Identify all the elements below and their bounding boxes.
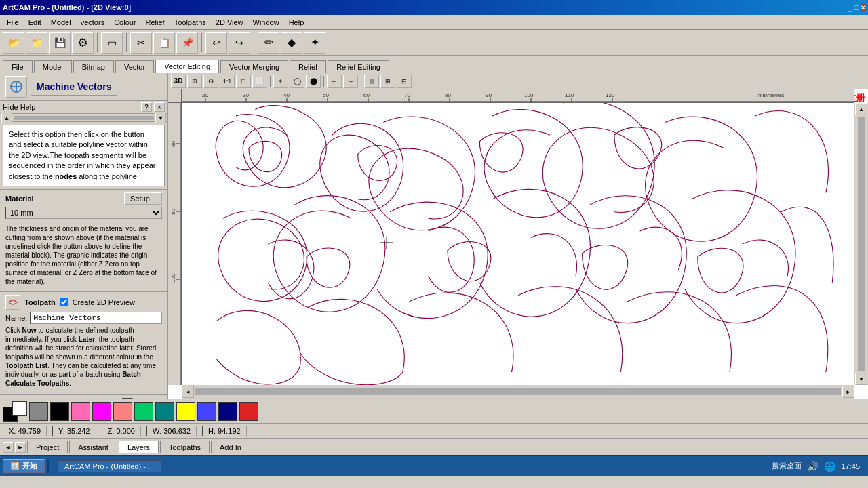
bottom-tab-addin[interactable]: Add In bbox=[211, 441, 250, 453]
color-salmon[interactable] bbox=[113, 402, 132, 421]
tab-relief-editing[interactable]: Relief Editing bbox=[328, 60, 389, 73]
menu-file[interactable]: File bbox=[3, 17, 23, 28]
filled-circle-btn[interactable]: ⬤ bbox=[306, 75, 321, 88]
name-input[interactable] bbox=[30, 312, 162, 324]
scroll-down-arrow[interactable]: ▼ bbox=[855, 373, 867, 385]
grid3-btn[interactable]: ⊟ bbox=[397, 75, 412, 88]
zoom-out-btn[interactable]: ⊖ bbox=[203, 75, 218, 88]
title-bar: ArtCAM Pro - (Untitled) - [2D View:0] _ … bbox=[0, 0, 868, 15]
create-2d-preview-checkbox[interactable] bbox=[60, 298, 68, 306]
maximize-btn[interactable]: □ bbox=[854, 3, 859, 12]
menu-help[interactable]: Help bbox=[285, 17, 309, 28]
bottom-tab-project[interactable]: Project bbox=[27, 441, 68, 453]
tab-model[interactable]: Model bbox=[34, 60, 72, 73]
star-btn[interactable]: ✦ bbox=[304, 32, 326, 54]
folder-btn[interactable]: 📁 bbox=[26, 32, 47, 54]
menu-window[interactable]: Window bbox=[249, 17, 283, 28]
close-btn[interactable]: × bbox=[861, 3, 865, 12]
horizontal-scrollbar[interactable]: ◄ ► bbox=[182, 385, 854, 399]
taskbar-artcam[interactable]: ArtCAM Pro - (Untitled) - ... bbox=[57, 460, 161, 472]
tray-speaker-icon[interactable]: 🔊 bbox=[807, 461, 818, 472]
save-btn[interactable]: 💾 bbox=[49, 32, 71, 54]
color-blue[interactable] bbox=[197, 402, 216, 421]
scroll-track-horizontal[interactable] bbox=[195, 388, 841, 395]
open-btn[interactable]: 📂 bbox=[3, 32, 24, 54]
tab-vector[interactable]: Vector bbox=[115, 60, 154, 73]
undo-btn[interactable]: ↩ bbox=[205, 32, 227, 54]
bottom-nav-left[interactable]: ◄ bbox=[3, 442, 14, 453]
redo-btn[interactable]: ↪ bbox=[229, 32, 250, 54]
menu-vectors[interactable]: vectors bbox=[77, 17, 108, 28]
material-row: Material Setup... bbox=[5, 192, 162, 205]
title-controls: _ □ × bbox=[848, 3, 865, 12]
taskbar-right: 搜索桌面 🔊 🌐 17:45 bbox=[766, 461, 865, 472]
color-navy[interactable] bbox=[218, 402, 237, 421]
menu-colour[interactable]: Colour bbox=[110, 17, 140, 28]
tray-network-icon[interactable]: 🌐 bbox=[824, 461, 835, 472]
bottom-tab-assistant[interactable]: Assistant bbox=[69, 441, 117, 453]
settings-btn[interactable]: ⚙ bbox=[72, 32, 94, 54]
bottom-tab-toolpaths[interactable]: Toolpaths bbox=[160, 441, 210, 453]
color-green[interactable] bbox=[134, 402, 153, 421]
vertical-scrollbar[interactable]: ▲ ▼ bbox=[854, 103, 868, 385]
svg-text:50: 50 bbox=[323, 92, 329, 98]
zoom-fit-btn[interactable]: □ bbox=[236, 75, 251, 88]
color-grey[interactable] bbox=[29, 402, 48, 421]
color-magenta[interactable] bbox=[92, 402, 111, 421]
circle-btn[interactable]: ◯ bbox=[290, 75, 304, 88]
help-close-btn[interactable]: × bbox=[154, 102, 165, 112]
calc-dropdown[interactable]: ▼ bbox=[122, 398, 133, 399]
svg-text:30: 30 bbox=[243, 92, 249, 98]
menu-2dview[interactable]: 2D View bbox=[212, 17, 248, 28]
redo-view-btn[interactable]: → bbox=[343, 75, 358, 88]
edit-btn[interactable]: ✏ bbox=[258, 32, 279, 54]
zoom-1-1-btn[interactable]: 1:1 bbox=[220, 75, 235, 88]
undo-view-btn[interactable]: ← bbox=[327, 75, 342, 88]
scroll-track-vertical[interactable] bbox=[858, 117, 865, 371]
view-rect-btn[interactable]: ⬜ bbox=[252, 75, 267, 88]
cut-btn[interactable]: ✂ bbox=[130, 32, 152, 54]
bottom-tab-layers[interactable]: Layers bbox=[119, 441, 159, 453]
scroll-up-btn[interactable]: ▲ bbox=[1, 113, 12, 123]
minimize-btn[interactable]: _ bbox=[848, 3, 852, 12]
color-red[interactable] bbox=[239, 402, 258, 421]
scroll-up-arrow[interactable]: ▲ bbox=[855, 103, 867, 115]
bw-swatch[interactable] bbox=[3, 401, 27, 422]
3d-btn[interactable]: 3D bbox=[171, 75, 186, 88]
menu-model[interactable]: Model bbox=[47, 17, 75, 28]
start-button[interactable]: 🪟 开始 bbox=[3, 459, 45, 473]
menu-edit[interactable]: Edit bbox=[24, 17, 45, 28]
menu-toolpaths[interactable]: Toolpaths bbox=[170, 17, 210, 28]
status-bar: X: 49.759 Y: 35.242 Z: 0.000 W: 306.632 … bbox=[0, 423, 868, 438]
zoom-in-btn[interactable]: ⊕ bbox=[187, 75, 202, 88]
color-pink[interactable] bbox=[71, 402, 90, 421]
color-teal[interactable] bbox=[155, 402, 174, 421]
bottom-nav-right[interactable]: ► bbox=[15, 442, 26, 453]
grid2-btn[interactable]: ⊞ bbox=[380, 75, 395, 88]
rect-btn[interactable]: ▭ bbox=[101, 32, 123, 54]
title-text: ArtCAM Pro - (Untitled) - [2D View:0] bbox=[3, 3, 131, 12]
snap-btn[interactable]: ⌖ bbox=[273, 75, 288, 88]
diamond-btn[interactable]: ◆ bbox=[281, 32, 302, 54]
copy-btn[interactable]: 📋 bbox=[153, 32, 175, 54]
menu-relief[interactable]: Relief bbox=[142, 17, 169, 28]
tab-file[interactable]: File bbox=[3, 60, 33, 73]
scroll-right-arrow[interactable]: ► bbox=[842, 386, 854, 398]
tab-bitmap[interactable]: Bitmap bbox=[73, 60, 114, 73]
taskbar: 🪟 开始 ArtCAM Pro - (Untitled) - ... 搜索桌面 … bbox=[0, 455, 868, 476]
scroll-down-btn[interactable]: ▼ bbox=[155, 113, 166, 123]
scroll-left-arrow[interactable]: ◄ bbox=[182, 386, 194, 398]
setup-button[interactable]: Setup... bbox=[124, 192, 162, 205]
canvas-content[interactable] bbox=[182, 103, 854, 385]
help-question-btn[interactable]: ? bbox=[141, 102, 152, 112]
tab-vector-editing[interactable]: Vector Editing bbox=[155, 60, 219, 73]
tray-desktop-label[interactable]: 搜索桌面 bbox=[772, 461, 802, 471]
color-yellow[interactable] bbox=[176, 402, 195, 421]
thickness-select[interactable]: 10 mm bbox=[5, 207, 162, 219]
color-black[interactable] bbox=[50, 402, 69, 421]
tab-relief[interactable]: Relief bbox=[290, 60, 326, 73]
paste-btn[interactable]: 📌 bbox=[176, 32, 198, 54]
canvas-area[interactable]: 屏幕录像专家 未注册 20 30 40 50 60 70 80 90 100 bbox=[168, 89, 868, 399]
grid-btn[interactable]: ||| bbox=[364, 75, 379, 88]
tab-vector-merging[interactable]: Vector Merging bbox=[220, 60, 288, 73]
